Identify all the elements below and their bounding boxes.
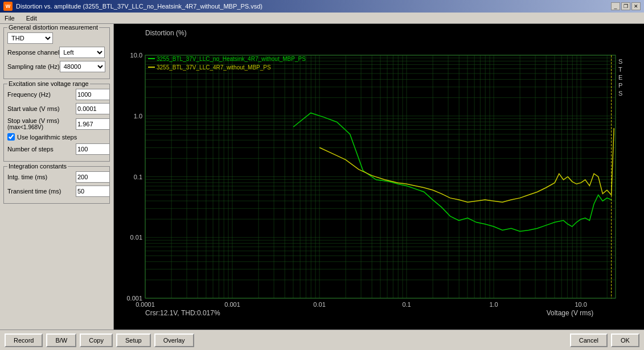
sampling-rate-label: Sampling rate (Hz) — [7, 63, 60, 70]
bw-button[interactable]: B/W — [46, 333, 76, 347]
intg-time-row: Intg. time (ms) — [7, 171, 106, 183]
excitation-group: Excitation sine voltage range Frequency … — [3, 84, 110, 162]
copy-button[interactable]: Copy — [80, 333, 113, 347]
stop-value-row: Stop value (V rms) (max<1.968V) — [7, 117, 106, 130]
ok-button[interactable]: OK — [611, 333, 639, 347]
left-buttons: Record B/W Copy Setup Overlay — [5, 333, 194, 347]
start-value-row: Start value (V rms) — [7, 103, 106, 114]
thd-select[interactable]: THD THD+N IMD — [7, 32, 53, 44]
overlay-button[interactable]: Overlay — [154, 333, 194, 347]
general-distortion-group: General distortion measurement THD THD+N… — [3, 27, 110, 79]
response-channel-row: Response channel Left Right — [7, 47, 106, 58]
window-controls[interactable]: _ ❐ ✕ — [611, 2, 641, 10]
menu-edit[interactable]: Edit — [24, 14, 39, 22]
stop-value-sublabel: (max<1.968V) — [7, 124, 76, 130]
setup-button[interactable]: Setup — [116, 333, 151, 347]
stop-value-input[interactable] — [76, 118, 110, 130]
num-steps-label: Number of steps — [7, 146, 76, 153]
sampling-rate-row: Sampling rate (Hz) 44100 48000 96000 — [7, 61, 106, 72]
response-channel-label: Response channel — [7, 49, 59, 56]
frequency-row: Frequency (Hz) — [7, 89, 106, 100]
right-buttons: Cancel OK — [570, 333, 639, 347]
transient-input[interactable] — [76, 186, 110, 197]
minimize-button[interactable]: _ — [611, 2, 620, 10]
group2-label: Excitation sine voltage range — [7, 80, 90, 87]
sampling-rate-select[interactable]: 44100 48000 96000 — [60, 61, 105, 72]
restore-button[interactable]: ❐ — [621, 2, 630, 10]
menu-bar: File Edit — [0, 13, 644, 24]
frequency-label: Frequency (Hz) — [7, 91, 76, 98]
frequency-input[interactable] — [76, 89, 110, 100]
num-steps-input[interactable] — [76, 143, 110, 155]
transient-label: Transient time (ms) — [7, 188, 76, 195]
title-bar: W Distortion vs. amplitude (3255_BTL_37V… — [0, 0, 644, 13]
intg-time-label: Intg. time (ms) — [7, 174, 76, 180]
group1-label: General distortion measurement — [7, 24, 99, 31]
log-steps-row: Use logarithmic steps — [7, 133, 106, 141]
start-value-input[interactable] — [76, 103, 110, 114]
start-value-label: Start value (V rms) — [7, 105, 76, 112]
app-icon: W — [3, 2, 13, 11]
group3-label: Integration constants — [7, 163, 68, 170]
transient-row: Transient time (ms) — [7, 186, 106, 197]
chart-canvas — [114, 24, 644, 330]
log-steps-label: Use logarithmic steps — [17, 134, 77, 141]
num-steps-row: Number of steps — [7, 143, 106, 155]
record-button[interactable]: Record — [5, 333, 43, 347]
window-title: Distortion vs. amplitude (3255_BTL_37V_L… — [16, 3, 262, 10]
close-button[interactable]: ✕ — [631, 2, 641, 10]
integration-group: Integration constants Intg. time (ms) Tr… — [3, 166, 110, 204]
stop-value-label: Stop value (V rms) — [7, 117, 76, 124]
log-steps-checkbox[interactable] — [7, 133, 15, 141]
menu-file[interactable]: File — [2, 14, 17, 22]
chart-area[interactable] — [114, 24, 644, 330]
main-content: General distortion measurement THD THD+N… — [0, 24, 644, 330]
intg-time-input[interactable] — [76, 171, 110, 183]
response-channel-select[interactable]: Left Right — [59, 47, 105, 58]
bottom-bar: Record B/W Copy Setup Overlay Cancel OK — [0, 330, 644, 350]
cancel-button[interactable]: Cancel — [570, 333, 608, 347]
left-panel: General distortion measurement THD THD+N… — [0, 24, 114, 330]
